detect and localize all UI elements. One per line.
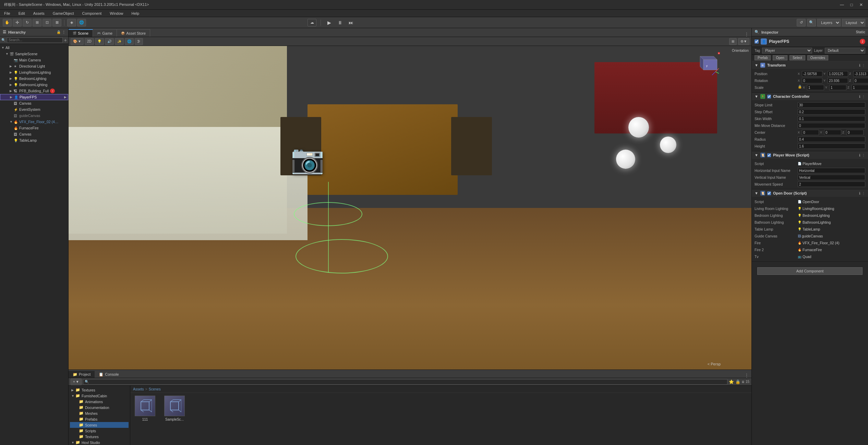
- hierarchy-search-input[interactable]: [7, 37, 63, 43]
- center-y-input[interactable]: [824, 130, 841, 135]
- favorites-icon[interactable]: ⭐: [729, 379, 734, 384]
- hierarchy-item-bathroom[interactable]: ▶ 💡 BathroomLighting: [0, 82, 68, 88]
- hierarchy-item-samplescene[interactable]: ▼ 🎬 SampleScene: [0, 51, 68, 57]
- pm-header[interactable]: ▼ 📜 Player Move (Script) ℹ ⋮: [752, 151, 868, 159]
- cc-enabled[interactable]: [767, 95, 771, 98]
- horizontal-input-field[interactable]: [798, 168, 865, 173]
- transform-tool[interactable]: ⊠: [52, 19, 61, 26]
- movement-speed-input[interactable]: [798, 181, 865, 187]
- tab-scene[interactable]: 🎬 Scene: [69, 29, 93, 37]
- breadcrumb-assets[interactable]: Assets: [133, 387, 144, 391]
- tab-project[interactable]: 📁 Project: [69, 371, 95, 378]
- fx-btn[interactable]: ✨: [115, 38, 124, 45]
- hierarchy-item-canvas2[interactable]: 🖼 Canvas: [0, 131, 68, 137]
- menu-assets[interactable]: Assets: [32, 11, 46, 16]
- project-menu[interactable]: ⋮: [745, 373, 749, 378]
- pause-button[interactable]: ⏸: [336, 19, 344, 26]
- folder-scenes[interactable]: 📁 Scenes: [70, 422, 129, 428]
- hierarchy-item-pfb[interactable]: ▶ 🏗 PFB_Building_Full !: [0, 88, 68, 94]
- rot-y-input[interactable]: [828, 78, 848, 83]
- cc-info[interactable]: ℹ: [859, 95, 860, 98]
- hierarchy-item-bedroom[interactable]: ▶ 💡 BedroomLighting: [0, 75, 68, 82]
- view2d-btn[interactable]: 2D: [85, 38, 94, 45]
- tag-select[interactable]: Player: [762, 48, 812, 54]
- layers-dropdown[interactable]: Layers: [817, 19, 841, 26]
- vertical-input-field[interactable]: [798, 175, 865, 180]
- scale-lock-icon[interactable]: 🔒: [798, 85, 802, 90]
- cloud-btn[interactable]: ☁: [308, 19, 316, 26]
- global-btn[interactable]: 🌐: [77, 19, 86, 26]
- hierarchy-item-all[interactable]: ▼ All: [0, 45, 68, 51]
- pivot-btn[interactable]: ◈: [67, 19, 76, 26]
- object-active-checkbox[interactable]: [755, 39, 759, 44]
- breadcrumb-scenes[interactable]: Scenes: [149, 387, 161, 391]
- slope-limit-input[interactable]: [798, 102, 865, 108]
- rect-tool[interactable]: ⊡: [43, 19, 51, 26]
- pm-enabled[interactable]: [767, 153, 771, 157]
- center-x-input[interactable]: [802, 130, 819, 135]
- folder-animations[interactable]: 📁 Animations: [70, 399, 129, 405]
- pos-z-input[interactable]: [853, 71, 868, 77]
- shading-btn[interactable]: 🎨 ▼: [71, 38, 84, 45]
- prefab-overrides-btn[interactable]: Overrides: [807, 55, 828, 60]
- scale-z-input[interactable]: [852, 85, 868, 90]
- orientation-widget[interactable]: y ×: [693, 49, 721, 77]
- layer-select[interactable]: Default: [825, 48, 865, 54]
- scene-viewport[interactable]: 📷 y: [69, 46, 751, 370]
- height-input[interactable]: [798, 143, 865, 149]
- folder-hovlstudio[interactable]: ▼ 📁 Hovl Studio: [70, 440, 129, 445]
- refresh-btn[interactable]: ↺: [797, 19, 806, 26]
- hierarchy-item-directionallight[interactable]: ▶ ☀ Directional Light: [0, 63, 68, 69]
- hierarchy-item-livingroom[interactable]: ▶ 💡 LivingRoomLighting: [0, 69, 68, 75]
- scene-menu[interactable]: ⋮: [745, 32, 749, 37]
- pos-x-input[interactable]: [802, 71, 822, 77]
- hierarchy-item-canvas1[interactable]: 🖼 Canvas: [0, 100, 68, 106]
- maximize-btn[interactable]: □: [849, 2, 854, 8]
- menu-window[interactable]: Window: [108, 11, 124, 16]
- center-z-input[interactable]: [846, 130, 864, 135]
- hierarchy-plus[interactable]: +: [64, 37, 67, 43]
- pos-y-input[interactable]: [828, 71, 848, 77]
- menu-gameobject[interactable]: GameObject: [51, 11, 75, 16]
- skin-width-input[interactable]: [798, 116, 865, 121]
- folder-meshes[interactable]: 📁 Meshes: [70, 410, 129, 416]
- add-component-button[interactable]: Add Component: [757, 267, 863, 275]
- lighting-btn[interactable]: 💡: [95, 38, 104, 45]
- folder-textures2[interactable]: 📁 Textures: [70, 434, 129, 440]
- lock2-icon[interactable]: 🔒: [735, 379, 740, 384]
- prefab-select-btn[interactable]: Select: [789, 55, 805, 60]
- tab-console[interactable]: 📋 Console: [95, 371, 123, 378]
- add-asset-btn[interactable]: + ▼: [71, 378, 82, 385]
- hierarchy-item-playerfps[interactable]: ▶ 👤 PlayerFPS ▶: [0, 94, 68, 100]
- hand-tool[interactable]: ✋: [3, 19, 12, 26]
- od-header[interactable]: ▼ 📜 Open Door (Script) ℹ ⋮: [752, 189, 868, 197]
- hierarchy-item-eventsystem[interactable]: ⚡ EventSystem: [0, 106, 68, 113]
- folder-textures[interactable]: ▶ 📁 Textures: [70, 387, 129, 393]
- scale-tool[interactable]: ⊞: [33, 19, 41, 26]
- od-menu[interactable]: ⋮: [862, 191, 865, 195]
- hierarchy-item-tablelamp[interactable]: 💡 TableLamp: [0, 137, 68, 143]
- pm-menu[interactable]: ⋮: [862, 153, 865, 157]
- search-btn[interactable]: 🔍: [807, 19, 816, 26]
- grid-btn[interactable]: ⊞: [729, 38, 737, 45]
- hierarchy-item-vfxfire[interactable]: ▼ 🔥 VFX_Fire_Floor_02 (4…: [0, 119, 68, 125]
- radius-input[interactable]: [798, 137, 865, 142]
- step-offset-input[interactable]: [798, 109, 865, 115]
- project-search-input[interactable]: [83, 379, 727, 385]
- asset-item-samplesc[interactable]: SampleSc...: [162, 396, 186, 421]
- menu-help[interactable]: Help: [130, 11, 141, 16]
- transform-header[interactable]: ▼ ⊞ Transform ℹ ⋮: [752, 61, 868, 69]
- step-button[interactable]: ⏭: [347, 19, 355, 26]
- tab-assetstore[interactable]: 📦 Asset Store: [117, 29, 150, 37]
- hierarchy-menu[interactable]: ⋮: [62, 30, 65, 34]
- layout-dropdown[interactable]: Layout: [842, 19, 865, 26]
- menu-component[interactable]: Component: [81, 11, 103, 16]
- minimize-btn[interactable]: —: [839, 2, 845, 8]
- pm-info[interactable]: ℹ: [859, 153, 860, 157]
- od-info[interactable]: ℹ: [859, 191, 860, 195]
- prefab-open-btn[interactable]: Open: [773, 55, 787, 60]
- audio-btn[interactable]: 🔊: [105, 38, 114, 45]
- transform-info[interactable]: ℹ: [859, 63, 860, 67]
- list-icon[interactable]: ≡: [742, 379, 744, 384]
- rot-z-input[interactable]: [853, 78, 868, 83]
